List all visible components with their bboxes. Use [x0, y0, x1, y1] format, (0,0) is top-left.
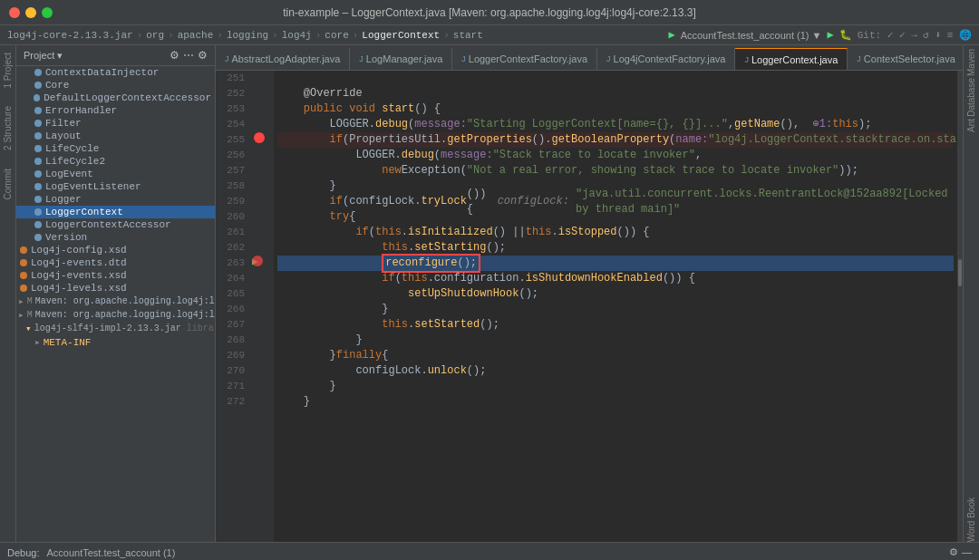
code-line-261: if (this.isInitialized() || this.isStopp… — [277, 225, 954, 240]
tree-item-logevent[interactable]: LogEvent — [16, 168, 215, 180]
code-line-272: } — [277, 394, 954, 410]
tree-item-log4j-events-xsd[interactable]: Log4j-events.xsd — [16, 269, 215, 282]
tree-item-log4j-levels-xsd[interactable]: Log4j-levels.xsd — [16, 282, 215, 294]
git-indicator: Git: ✓ ✓ → ↺ ⬇ ≡ 🌐 — [858, 29, 972, 41]
code-line-269: } finally { — [277, 348, 954, 363]
tree-item-maven-slf4j[interactable]: ▸ M Maven: org.apache.logging.log4j:log4… — [16, 308, 215, 322]
tree-item-filter[interactable]: Filter — [16, 117, 215, 130]
tree-item-slf4j-jar[interactable]: ▾ log4j-slf4j-impl-2.13.3.jar library ro… — [16, 322, 215, 335]
breadcrumb-item[interactable]: apache — [178, 30, 214, 41]
tree-item-meta-inf[interactable]: ▸ META-INF — [16, 335, 215, 349]
minimize-debug-icon[interactable]: — — [962, 546, 972, 558]
gutter: ▶ — [248, 71, 274, 542]
tree-item-version[interactable]: Version — [16, 231, 215, 244]
minimize-button[interactable] — [25, 7, 36, 18]
tree-item-log4j-config-xsd[interactable]: Log4j-config.xsd — [16, 244, 215, 256]
tree-item-maven-jul[interactable]: ▸ M Maven: org.apache.logging.log4j:log4… — [16, 294, 215, 308]
breadcrumb-item[interactable]: logging — [227, 30, 268, 41]
tree-item-lifecycle[interactable]: LifeCycle — [16, 142, 215, 155]
tree-item-defaultloggercontextaccessor[interactable]: DefaultLoggerContextAccessor — [16, 92, 215, 104]
sidebar-title: Project ▾ — [24, 50, 63, 62]
code-editor[interactable]: 251 252 253 254 255 256 257 258 259 260 … — [216, 71, 963, 542]
window-controls — [9, 7, 53, 18]
tab-abstractlogadapter[interactable]: J AbstractLogAdapter.java — [216, 48, 350, 70]
breadcrumb: log4j-core-2.13.3.jar › org › apache › l… — [0, 25, 979, 45]
maximize-button[interactable] — [42, 7, 53, 18]
tree-item-layout[interactable]: Layout — [16, 130, 215, 142]
code-line-253: public void start() { — [277, 101, 954, 117]
code-line-263: reconfigure(); — [277, 256, 954, 271]
code-line-256: LOGGER.debug( message: "Stack trace to l… — [277, 148, 954, 163]
tab-wordbook[interactable]: Word Book — [966, 497, 976, 542]
settings-icon[interactable]: ⚙ — [949, 546, 958, 558]
debug-header: Debug: AccountTest.test_account (1) ⚙ — — [0, 543, 979, 560]
debug-session: AccountTest.test_account (1) — [46, 547, 175, 558]
tree-item-logeventlistener[interactable]: LogEventListener — [16, 180, 215, 193]
title-bar: tin-example – LoggerContext.java [Maven:… — [0, 0, 979, 25]
sidebar-header: Project ▾ ⚙ ⋯ ⚙ — [16, 45, 215, 66]
code-line-252: @Override — [277, 86, 954, 101]
code-line-271: } — [277, 379, 954, 394]
run-btn[interactable]: ▶ — [827, 28, 833, 42]
tab-loggercontextfactory[interactable]: J LoggerContextFactory.java — [452, 48, 597, 70]
debug-btn[interactable]: 🐛 — [839, 29, 852, 41]
tab-logmanager[interactable]: J LogManager.java — [350, 48, 452, 70]
sidebar-toolbar: ⚙ ⋯ ⚙ — [170, 49, 208, 62]
breadcrumb-item[interactable]: log4j — [282, 30, 312, 41]
window-title: tin-example – LoggerContext.java [Maven:… — [283, 6, 696, 19]
code-line-259: if (configLock.tryLock()) { configLock: … — [277, 194, 954, 209]
breadcrumb-item[interactable]: LoggerContext — [362, 30, 440, 41]
tab-loggercontext[interactable]: J LoggerContext.java — [735, 48, 848, 70]
breadcrumb-item[interactable]: log4j-core-2.13.3.jar — [7, 30, 133, 41]
breadcrumb-action[interactable]: ▶ — [668, 28, 674, 42]
code-line-266: } — [277, 302, 954, 317]
code-line-254: LOGGER.debug( message: "Starting LoggerC… — [277, 117, 954, 132]
code-line-270: configLock.unlock(); — [277, 363, 954, 379]
right-panel: Maven Database Ant Word Book — [963, 45, 979, 542]
left-vtab-panel: 1 Project 2 Structure Commit — [0, 45, 16, 542]
tab-commit[interactable]: Commit — [3, 169, 13, 199]
tree-item-log4j-events-dtd[interactable]: Log4j-events.dtd — [16, 256, 215, 269]
tree-item-loggercontext[interactable]: LoggerContext — [16, 206, 215, 218]
code-line-268: } — [277, 333, 954, 348]
project-sidebar: Project ▾ ⚙ ⋯ ⚙ ContextDataInjector Core — [16, 45, 216, 542]
code-line-260: try { — [277, 209, 954, 225]
close-button[interactable] — [9, 7, 20, 18]
code-line-257: new Exception("Not a real error, showing… — [277, 163, 954, 179]
tree-item-errorhandler[interactable]: ErrorHandler — [16, 104, 215, 117]
breadcrumb-item[interactable]: org — [146, 30, 164, 41]
tree-item-contextdatainjector[interactable]: ContextDataInjector — [16, 66, 215, 79]
tree-item-lifecycle2[interactable]: LifeCycle2 — [16, 155, 215, 168]
tree-item-loggercontextaccessor[interactable]: LoggerContextAccessor — [16, 218, 215, 231]
code-lines: @Override public void start() { LOGGER.d… — [274, 71, 957, 542]
tree-item-logger[interactable]: Logger — [16, 193, 215, 206]
sidebar-icon-cog[interactable]: ⚙ — [170, 49, 179, 62]
code-line-265: setUpShutdownHook(); — [277, 286, 954, 302]
code-line-251 — [277, 71, 954, 86]
tree-item-core[interactable]: Core — [16, 79, 215, 92]
breadcrumb-account[interactable]: AccountTest.test_account (1) ▼ — [681, 30, 822, 41]
code-line-264: if (this.configuration.isShutdownHookEna… — [277, 271, 954, 286]
sidebar-icon-gear[interactable]: ⚙ — [198, 49, 208, 62]
tab-project[interactable]: 1 Project — [3, 53, 13, 88]
sidebar-icon-settings[interactable]: ⋯ — [183, 49, 194, 62]
breakpoint-255[interactable] — [254, 132, 265, 143]
editor-area: J AbstractLogAdapter.java J LogManager.j… — [216, 45, 963, 542]
breadcrumb-item[interactable]: core — [325, 30, 348, 41]
tab-database[interactable]: Database — [966, 78, 976, 117]
debug-label: Debug: — [7, 547, 39, 558]
line-numbers: 251 252 253 254 255 256 257 258 259 260 … — [216, 71, 248, 542]
tab-maven[interactable]: Maven — [966, 49, 976, 76]
code-line-255: if (PropertiesUtil.getProperties().getBo… — [277, 132, 954, 148]
breadcrumb-item[interactable]: start — [453, 30, 483, 41]
tab-structure[interactable]: 2 Structure — [3, 106, 13, 150]
tab-contextselector[interactable]: J ContextSelector.java — [848, 48, 963, 70]
file-tree: ContextDataInjector Core DefaultLoggerCo… — [16, 66, 215, 542]
breakpoint-263[interactable] — [252, 256, 263, 266]
tab-log4jcontextfactory[interactable]: J Log4jContextFactory.java — [597, 48, 735, 70]
scrollbar[interactable] — [957, 71, 963, 542]
debug-panel: Debug: AccountTest.test_account (1) ⚙ — … — [0, 542, 979, 560]
code-line-267: this.setStarted(); — [277, 317, 954, 333]
editor-tabs: J AbstractLogAdapter.java J LogManager.j… — [216, 45, 963, 71]
tab-ant[interactable]: Ant — [966, 119, 976, 132]
